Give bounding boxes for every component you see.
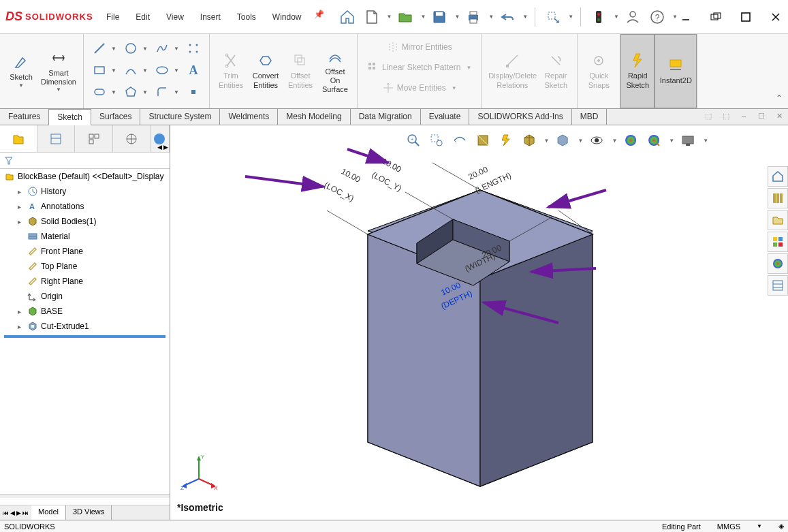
doc-min-icon[interactable]: – <box>738 110 750 121</box>
tree-item-material-not-specified-[interactable]: Material <box>0 229 170 244</box>
taskpane-viewpalette-icon[interactable] <box>768 232 788 252</box>
minimize-button[interactable] <box>679 10 693 24</box>
tree-item-front-plane[interactable]: Front Plane <box>0 244 170 259</box>
sketch-button[interactable]: Sketch ▼ <box>4 37 38 106</box>
new-icon[interactable] <box>361 6 383 28</box>
tree-item-base[interactable]: ▸BASE <box>0 304 170 319</box>
repair-button[interactable]: Repair Sketch <box>539 37 573 106</box>
save-icon[interactable] <box>428 6 450 28</box>
trim-button[interactable]: Trim Entities <box>214 37 248 106</box>
offset-surface-button[interactable]: Offset On Surface <box>317 37 353 106</box>
select-dropdown[interactable]: ▼ <box>568 14 573 20</box>
taskpane-library-icon[interactable] <box>768 188 788 208</box>
tab-mesh[interactable]: Mesh Modeling <box>278 109 350 125</box>
mirror-button[interactable]: Mirror Entities <box>384 37 455 57</box>
bt-nav-prev[interactable]: ◀ <box>10 510 15 516</box>
fillet-icon[interactable] <box>152 82 172 102</box>
line-dd[interactable]: ▼ <box>110 38 118 59</box>
convert-button[interactable]: Convert Entities <box>248 37 283 106</box>
arc-dd[interactable]: ▼ <box>141 60 149 80</box>
rollback-bar[interactable] <box>4 335 166 338</box>
menu-window[interactable]: Window <box>266 10 309 25</box>
new-dropdown[interactable]: ▼ <box>387 14 392 20</box>
tab-addins[interactable]: SOLIDWORKS Add-Ins <box>469 109 571 125</box>
instant2d-button[interactable]: Instant2D <box>655 34 697 108</box>
bottom-tab-model[interactable]: Model <box>31 505 66 520</box>
slot-icon[interactable] <box>89 82 110 102</box>
tree-item-right-plane[interactable]: Right Plane <box>0 274 170 289</box>
open-icon[interactable] <box>394 6 416 28</box>
help-dropdown[interactable]: ▼ <box>672 14 678 20</box>
open-dropdown[interactable]: ▼ <box>420 14 426 20</box>
restore-button[interactable] <box>709 10 723 24</box>
close-button[interactable] <box>769 10 783 24</box>
maximize-button[interactable] <box>739 10 753 24</box>
rectangle-icon[interactable] <box>89 60 110 80</box>
spline-icon[interactable] <box>152 38 172 59</box>
menu-insert[interactable]: Insert <box>193 10 227 25</box>
fm-tree-tab[interactable] <box>0 125 37 152</box>
fillet-dd[interactable]: ▼ <box>172 82 180 102</box>
point-grid-icon[interactable] <box>183 38 204 59</box>
doc-next-icon[interactable]: ⬚ <box>720 110 732 121</box>
fm-property-tab[interactable] <box>37 125 75 152</box>
smart-dimension-button[interactable]: Smart Dimension ▼ <box>38 37 79 106</box>
poly-dd[interactable]: ▼ <box>141 82 149 102</box>
tab-weldments[interactable]: Weldments <box>220 109 278 125</box>
fp-nav-right[interactable]: ▶ <box>163 144 168 151</box>
ellipse-dd[interactable]: ▼ <box>172 60 180 80</box>
pin-icon[interactable]: 📌 <box>314 10 324 25</box>
taskpane-appearance-icon[interactable] <box>768 253 788 274</box>
fm-config-tab[interactable] <box>75 125 112 152</box>
text-icon[interactable]: A <box>183 60 204 80</box>
polygon-icon[interactable] <box>121 82 141 102</box>
tab-datamigration[interactable]: Data Migration <box>351 109 421 125</box>
line-icon[interactable] <box>89 38 110 59</box>
bt-nav-first[interactable]: ⏮ <box>3 510 9 516</box>
circle-icon[interactable] <box>121 38 141 59</box>
print-dropdown[interactable]: ▼ <box>488 14 494 20</box>
tree-item-cut-extrude1[interactable]: ▸Cut-Extrude1 <box>0 319 170 334</box>
doc-prev-icon[interactable]: ⬚ <box>702 110 714 121</box>
menu-view[interactable]: View <box>159 10 191 25</box>
doc-max-icon[interactable]: ☐ <box>755 110 768 121</box>
home-icon[interactable] <box>336 6 358 28</box>
point-icon[interactable] <box>183 82 204 102</box>
user-icon[interactable] <box>622 6 644 28</box>
bt-nav-next[interactable]: ▶ <box>16 510 21 516</box>
slot-dd[interactable]: ▼ <box>110 82 118 102</box>
taskpane-explorer-icon[interactable] <box>768 210 788 230</box>
traffic-dropdown[interactable]: ▼ <box>614 14 619 20</box>
save-dropdown[interactable]: ▼ <box>454 14 460 20</box>
tab-sketch[interactable]: Sketch <box>49 109 91 125</box>
print-icon[interactable] <box>462 6 484 28</box>
quick-snaps-button[interactable]: Quick Snaps <box>582 37 616 106</box>
tree-item-history[interactable]: ▸History <box>0 184 170 199</box>
display-delete-button[interactable]: Display/Delete Relations <box>486 37 539 106</box>
rapid-sketch-button[interactable]: Rapid Sketch <box>620 34 655 108</box>
tree-item-origin[interactable]: Origin <box>0 289 170 304</box>
taskpane-home-icon[interactable] <box>768 166 788 187</box>
status-dropdown-icon[interactable]: ▼ <box>757 523 762 529</box>
feature-filter[interactable] <box>0 153 170 169</box>
tree-item-top-plane[interactable]: Top Plane <box>0 259 170 274</box>
tree-item-annotations[interactable]: ▸AAnnotations <box>0 199 170 214</box>
move-button[interactable]: Move Entities▼ <box>379 78 460 98</box>
tab-mbd[interactable]: MBD <box>572 109 608 125</box>
help-icon[interactable]: ? <box>646 6 668 28</box>
undo-icon[interactable] <box>497 6 518 28</box>
status-custom-icon[interactable]: ◈ <box>778 522 784 531</box>
status-units[interactable]: MMGS <box>717 522 740 531</box>
menu-edit[interactable]: Edit <box>129 10 157 25</box>
select-icon[interactable] <box>542 6 564 28</box>
graphics-area[interactable]: + ▼ ▼ ▼ ▼ ▼ <box>170 125 788 520</box>
traffic-light-icon[interactable] <box>588 6 610 28</box>
menu-file[interactable]: File <box>99 10 126 25</box>
linear-pattern-button[interactable]: Linear Sketch Pattern▼ <box>364 57 474 78</box>
rect-dd[interactable]: ▼ <box>110 60 118 80</box>
bottom-tab-3dviews[interactable]: 3D Views <box>66 505 112 520</box>
tree-item-solid-bodies-1-[interactable]: ▸Solid Bodies(1) <box>0 214 170 229</box>
tab-features[interactable]: Features <box>0 109 49 125</box>
spline-dd[interactable]: ▼ <box>172 38 180 59</box>
offset-button[interactable]: Offset Entities <box>283 37 317 106</box>
